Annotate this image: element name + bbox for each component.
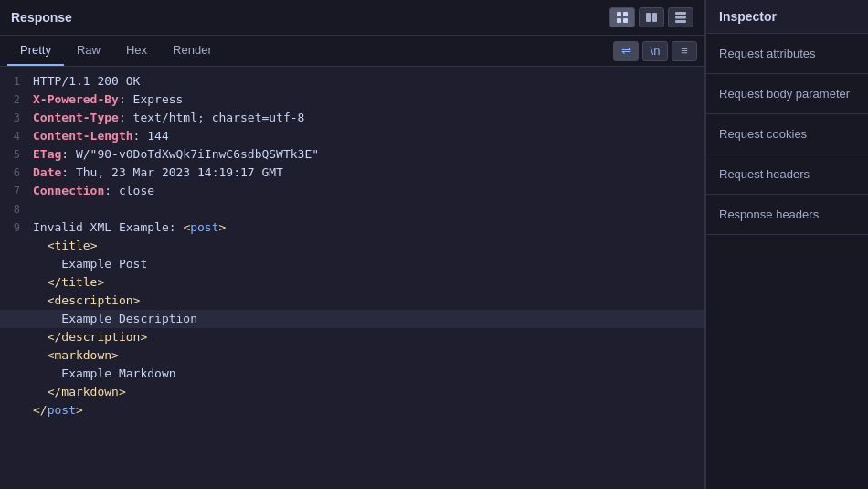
code-line-14: Example Description: [0, 310, 704, 328]
format-icon-button[interactable]: ⇌: [613, 41, 639, 61]
svg-rect-6: [675, 12, 686, 15]
code-line-10: <title>: [0, 237, 704, 255]
code-line-9: 9 Invalid XML Example: <post>: [0, 218, 704, 237]
tabs-bar: Pretty Raw Hex Render ⇌ \n ≡: [0, 36, 704, 67]
code-line-18: </markdown>: [0, 383, 704, 401]
menu-icon-button[interactable]: ≡: [672, 41, 697, 61]
inspector-title: Inspector: [706, 0, 868, 34]
view-buttons: [609, 7, 693, 27]
inspector-item-request-attributes[interactable]: Request attributes: [706, 34, 868, 74]
tab-icons: ⇌ \n ≡: [613, 41, 697, 61]
code-line-4: 4 Content-Length: 144: [0, 127, 704, 145]
inspector-item-response-headers[interactable]: Response headers: [706, 195, 868, 235]
svg-rect-7: [675, 16, 686, 19]
code-line-19: </post>: [0, 401, 704, 420]
tab-raw[interactable]: Raw: [64, 36, 113, 66]
svg-rect-2: [617, 18, 621, 23]
code-line-1: 1 HTTP/1.1 200 OK: [0, 72, 704, 90]
right-panel: Inspector Request attributes Request bod…: [705, 0, 868, 489]
tab-hex[interactable]: Hex: [113, 36, 160, 66]
inspector-item-request-cookies[interactable]: Request cookies: [706, 114, 868, 154]
code-line-3: 3 Content-Type: text/html; charset=utf-8: [0, 109, 704, 127]
newline-icon-button[interactable]: \n: [642, 41, 668, 61]
code-line-15: </description>: [0, 328, 704, 346]
response-title: Response: [11, 10, 72, 25]
view-rows-button[interactable]: [668, 7, 693, 27]
code-line-12: </title>: [0, 273, 704, 292]
code-line-8: 8: [0, 200, 704, 218]
code-area[interactable]: 1 HTTP/1.1 200 OK 2 X-Powered-By: Expres…: [0, 67, 704, 489]
svg-rect-3: [623, 18, 628, 23]
tab-pretty[interactable]: Pretty: [7, 36, 64, 66]
code-line-5: 5 ETag: W/"90-v0DoTdXwQk7iInwC6sdbQSWTk3…: [0, 145, 704, 164]
code-line-6: 6 Date: Thu, 23 Mar 2023 14:19:17 GMT: [0, 164, 704, 182]
svg-rect-4: [646, 13, 651, 22]
response-header: Response: [0, 0, 704, 36]
view-grid-button[interactable]: [609, 7, 635, 27]
code-line-11: Example Post: [0, 255, 704, 273]
svg-rect-8: [675, 20, 686, 23]
tab-render[interactable]: Render: [160, 36, 225, 66]
inspector-item-request-body-parameter[interactable]: Request body parameter: [706, 74, 868, 114]
code-line-17: Example Markdown: [0, 365, 704, 383]
inspector-item-request-headers[interactable]: Request headers: [706, 154, 868, 195]
code-line-13: <description>: [0, 292, 704, 310]
code-line-2: 2 X-Powered-By: Express: [0, 90, 704, 109]
view-cols-button[interactable]: [639, 7, 664, 27]
code-line-16: <markdown>: [0, 346, 704, 365]
code-line-7: 7 Connection: close: [0, 182, 704, 200]
left-panel: Response: [0, 0, 705, 489]
svg-rect-0: [617, 12, 621, 16]
svg-rect-1: [623, 12, 628, 16]
svg-rect-5: [652, 13, 657, 22]
